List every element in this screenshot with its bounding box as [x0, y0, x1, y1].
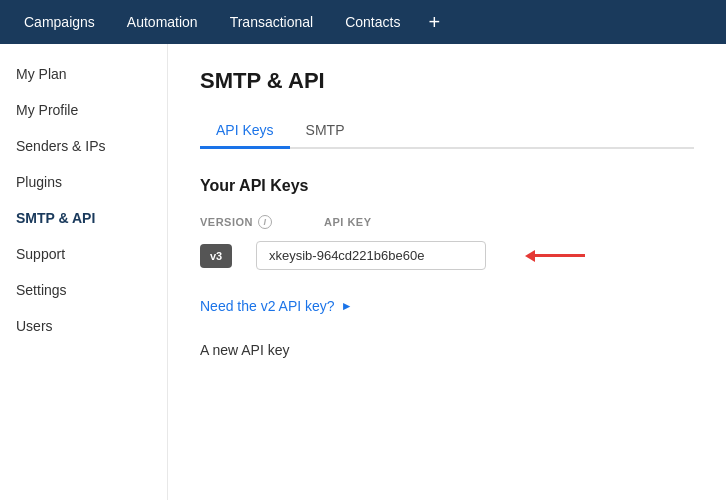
sidebar-item-smtp-api[interactable]: SMTP & API [0, 200, 167, 236]
sidebar-item-my-profile[interactable]: My Profile [0, 92, 167, 128]
nav-item-contacts[interactable]: Contacts [329, 0, 416, 44]
arrow-indicator [526, 250, 585, 262]
main-content: SMTP & API API Keys SMTP Your API Keys V… [168, 44, 726, 500]
api-key-input[interactable] [256, 241, 486, 270]
api-table-header: VERSION i API KEY [200, 215, 694, 229]
nav-item-transactional[interactable]: Transactional [214, 0, 330, 44]
sidebar-item-my-plan[interactable]: My Plan [0, 56, 167, 92]
section-title: Your API Keys [200, 177, 694, 195]
nav-item-campaigns[interactable]: Campaigns [8, 0, 111, 44]
col-apikey-header: API KEY [324, 216, 372, 228]
nav-plus-button[interactable]: + [416, 0, 452, 44]
arrow-line [535, 254, 585, 257]
v2-link-arrow-icon: ► [341, 299, 353, 313]
page-title: SMTP & API [200, 68, 694, 94]
tab-bar: API Keys SMTP [200, 114, 694, 149]
nav-item-automation[interactable]: Automation [111, 0, 214, 44]
top-nav: Campaigns Automation Transactional Conta… [0, 0, 726, 44]
sidebar-item-plugins[interactable]: Plugins [0, 164, 167, 200]
tab-api-keys[interactable]: API Keys [200, 114, 290, 149]
v2-api-key-link[interactable]: Need the v2 API key? ► [200, 298, 694, 314]
version-badge: v3 [200, 244, 232, 268]
col-version-header: VERSION i [200, 215, 300, 229]
sidebar-item-users[interactable]: Users [0, 308, 167, 344]
main-layout: My Plan My Profile Senders & IPs Plugins… [0, 44, 726, 500]
arrow-head-icon [525, 250, 535, 262]
bottom-section-text: A new API key [200, 342, 290, 358]
version-info-icon[interactable]: i [258, 215, 272, 229]
sidebar: My Plan My Profile Senders & IPs Plugins… [0, 44, 168, 500]
api-table-row: v3 [200, 241, 694, 270]
tab-smtp[interactable]: SMTP [290, 114, 361, 149]
sidebar-item-settings[interactable]: Settings [0, 272, 167, 308]
bottom-section: A new API key [200, 342, 694, 358]
sidebar-item-support[interactable]: Support [0, 236, 167, 272]
v2-link-text: Need the v2 API key? [200, 298, 335, 314]
sidebar-item-senders-ips[interactable]: Senders & IPs [0, 128, 167, 164]
